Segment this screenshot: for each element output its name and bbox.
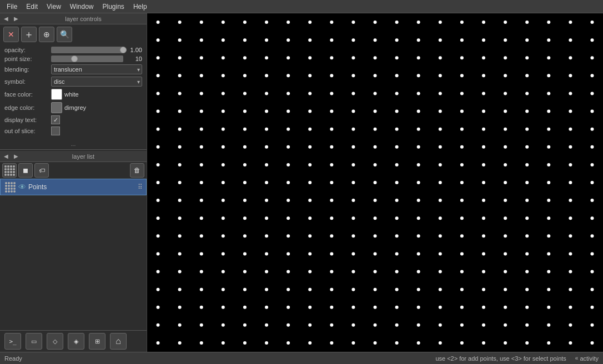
3d-button[interactable]: ◇ — [47, 333, 63, 350]
2d-button[interactable]: ▭ — [26, 333, 42, 350]
bottom-toolbar: >_ ▭ ◇ ◈ ⊞ ⌂ — [0, 330, 147, 352]
symbol-label: symbol: — [4, 78, 49, 85]
menu-window[interactable]: Window — [66, 2, 98, 12]
out-of-slice-row: out of slice: — [4, 127, 142, 135]
blending-row: blending: translucen opaque additive min… — [4, 64, 142, 74]
home-button[interactable]: ⌂ — [110, 333, 127, 350]
edge-color-text: dimgrey — [64, 104, 86, 111]
point-size-slider[interactable] — [51, 55, 123, 62]
layer-list-prev[interactable]: ◀ — [2, 153, 10, 160]
layers-list: 👁 Points ⠿ — [0, 179, 147, 330]
status-text: Ready — [4, 355, 435, 362]
panel-divider — [0, 149, 147, 150]
layer-list-next[interactable]: ▶ — [12, 153, 20, 160]
opacity-row: opacity: 1.00 — [4, 47, 142, 53]
point-size-thumb[interactable] — [71, 55, 78, 62]
layer-controls-next[interactable]: ▶ — [12, 15, 20, 22]
menu-view[interactable]: View — [42, 2, 66, 12]
point-size-row: point size: 10 — [4, 55, 142, 62]
layer-controls-header: ◀ ▶ layer controls — [0, 13, 147, 24]
search-button[interactable]: 🔍 — [57, 27, 72, 42]
layer-list-toolbar: ◼ 🏷 🗑 — [0, 162, 147, 179]
display-text-checkbox[interactable] — [51, 115, 60, 124]
blending-label: blending: — [4, 66, 49, 73]
symbol-select[interactable]: disc square x cross diamond — [51, 77, 142, 87]
display-text-row: display text: — [4, 115, 142, 124]
status-bar: Ready use <2> for add points, use <3> fo… — [0, 352, 603, 364]
menu-edit[interactable]: Edit — [22, 2, 42, 12]
menu-help[interactable]: Help — [129, 2, 152, 12]
new-points-button[interactable] — [2, 163, 17, 178]
layer-visibility-icon[interactable]: 👁 — [18, 183, 26, 191]
layer-item[interactable]: 👁 Points ⠿ — [0, 179, 147, 195]
menu-bar: File Edit View Window Plugins Help — [0, 0, 603, 13]
face-color-swatch[interactable] — [51, 89, 62, 100]
opacity-slider[interactable] — [51, 47, 123, 53]
edge-color-swatch[interactable] — [51, 102, 62, 113]
dot-canvas — [147, 13, 603, 352]
activity-chevron-icon: « — [575, 355, 579, 361]
layer-list-title: layer list — [22, 153, 144, 160]
menu-plugins[interactable]: Plugins — [98, 2, 129, 12]
controls-form: opacity: 1.00 point size: — [0, 44, 147, 140]
symbol-select-wrapper: disc square x cross diamond — [51, 77, 142, 87]
blending-select-wrapper: translucen opaque additive minimum — [51, 64, 142, 74]
point-size-value: 10 — [125, 55, 142, 62]
3d-flip-button[interactable]: ◈ — [68, 333, 84, 350]
delete-layer-button[interactable]: 🗑 — [130, 163, 144, 178]
out-of-slice-label: out of slice: — [4, 128, 49, 134]
layer-list-panel: ◀ ▶ layer list ◼ 🏷 🗑 — [0, 151, 147, 330]
symbol-row: symbol: disc square x cross diamond — [4, 77, 142, 87]
new-labels-button[interactable]: 🏷 — [34, 163, 49, 178]
point-size-label: point size: — [4, 55, 49, 62]
layer-list-header: ◀ ▶ layer list — [0, 151, 147, 162]
opacity-label: opacity: — [4, 47, 49, 53]
layer-type-icon — [4, 181, 16, 193]
new-shapes-button[interactable]: ◼ — [18, 163, 33, 178]
activity-label: activity — [580, 355, 599, 362]
console-button[interactable]: >_ — [4, 333, 21, 350]
layer-controls-prev[interactable]: ◀ — [2, 15, 10, 22]
activity-button[interactable]: « activity — [575, 355, 599, 362]
face-color-row: face color: white — [4, 89, 142, 100]
left-panel: ◀ ▶ layer controls ✕ ＋ ⊕ 🔍 opacity: — [0, 13, 147, 352]
display-text-label: display text: — [4, 117, 49, 123]
canvas-area[interactable] — [147, 13, 603, 352]
blending-select[interactable]: translucen opaque additive minimum — [51, 64, 142, 74]
main-content: ◀ ▶ layer controls ✕ ＋ ⊕ 🔍 opacity: — [0, 13, 603, 352]
face-color-label: face color: — [4, 91, 49, 98]
layer-name-text: Points — [28, 183, 135, 191]
out-of-slice-checkbox[interactable] — [51, 127, 60, 135]
status-hint: use <2> for add points, use <3> for sele… — [435, 355, 566, 362]
opacity-value: 1.00 — [125, 47, 142, 53]
controls-toolbar: ✕ ＋ ⊕ 🔍 — [0, 24, 147, 44]
edge-color-row: edge color: dimgrey — [4, 102, 142, 113]
edge-color-label: edge color: — [4, 104, 49, 111]
face-color-text: white — [64, 91, 79, 98]
layer-controls-title: layer controls — [22, 16, 144, 22]
select-button[interactable]: ⊕ — [39, 27, 54, 42]
clear-button[interactable]: ✕ — [3, 27, 19, 42]
menu-file[interactable]: File — [2, 2, 22, 12]
grid-button[interactable]: ⊞ — [89, 333, 105, 350]
controls-more[interactable]: ... — [0, 140, 147, 148]
layer-handle-icon[interactable]: ⠿ — [138, 183, 143, 191]
opacity-thumb[interactable] — [120, 47, 127, 53]
add-button[interactable]: ＋ — [21, 27, 37, 42]
layer-controls-panel: ◀ ▶ layer controls ✕ ＋ ⊕ 🔍 opacity: — [0, 13, 147, 148]
